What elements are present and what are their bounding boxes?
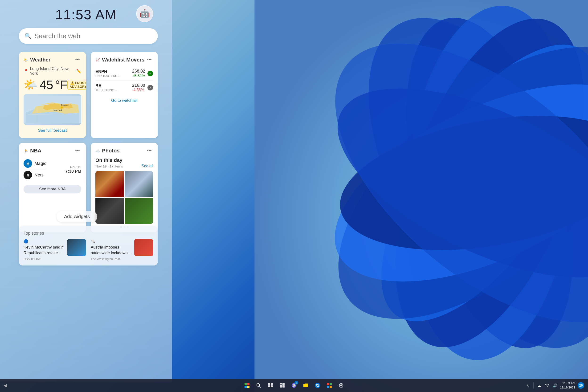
search-icon: 🔍 bbox=[24, 33, 32, 39]
svg-rect-45 bbox=[330, 386, 332, 388]
notification-badge[interactable]: 26 bbox=[578, 382, 584, 389]
edit-location-icon[interactable]: ✏️ bbox=[76, 69, 81, 74]
svg-point-29 bbox=[257, 384, 260, 386]
story-1-thumb bbox=[67, 239, 86, 256]
stock-check-2: ✓ bbox=[148, 85, 153, 90]
edge-btn[interactable] bbox=[312, 380, 323, 391]
file-explorer-btn[interactable] bbox=[300, 380, 312, 391]
svg-rect-31 bbox=[268, 383, 270, 385]
svg-rect-37 bbox=[280, 385, 282, 388]
photos-menu-btn[interactable]: ••• bbox=[146, 147, 153, 154]
stories-row: 🔵 Kevin McCarthy said if Republicans ret… bbox=[24, 239, 153, 261]
taskbar-center: 💬 3 bbox=[241, 380, 347, 391]
svg-rect-42 bbox=[327, 383, 329, 385]
magic-logo: M bbox=[24, 159, 32, 168]
story-2-source-icon: 🗞️ bbox=[91, 239, 96, 244]
frost-advisory: ⚠️ FROST ADVISORY bbox=[68, 80, 86, 90]
watchlist-widget: 📈 Watchlist Movers ••• ENPH ENPHASE ENE.… bbox=[91, 52, 158, 138]
weather-icon: 🌤️ bbox=[24, 58, 28, 62]
photos-see-all-btn[interactable]: See all bbox=[142, 164, 153, 168]
add-widgets-btn[interactable]: Add widgets bbox=[56, 211, 97, 222]
widgets-grid: 🌤️ Weather ••• 📍 Long Island City, New Y… bbox=[19, 52, 158, 237]
stock-price-1: 268.02 bbox=[132, 69, 145, 74]
photo-1[interactable] bbox=[96, 171, 124, 197]
svg-rect-28 bbox=[247, 386, 250, 388]
stock-price-2: 216.88 bbox=[132, 83, 145, 88]
weather-map: New York Bridgeport bbox=[24, 94, 81, 125]
magic-name: Magic bbox=[34, 161, 46, 166]
wifi-icon[interactable] bbox=[544, 382, 550, 389]
see-forecast-btn[interactable]: See full forecast bbox=[24, 127, 81, 134]
svg-text:Bridgeport: Bridgeport bbox=[61, 104, 70, 106]
taskbar-right: ∧ ☁ 🔊 11:53 AM 11/19/2021 26 bbox=[524, 381, 584, 390]
photo-2[interactable] bbox=[125, 171, 153, 197]
nets-name: Nets bbox=[34, 172, 44, 178]
widget-panel: 11:53 AM 🤖 🔍 🌤️ Weather ••• 📍 bbox=[0, 0, 172, 382]
taskbar-date: 11/19/2021 bbox=[560, 386, 575, 390]
watchlist-menu-btn[interactable]: ••• bbox=[146, 56, 153, 64]
taskbar-search-btn[interactable] bbox=[253, 380, 264, 391]
avatar[interactable]: 🤖 bbox=[136, 5, 153, 22]
story-2-thumb bbox=[134, 239, 153, 256]
nba-title: NBA bbox=[30, 148, 42, 154]
top-stories-section: Top stories 🔵 Kevin McCarthy said if Rep… bbox=[19, 226, 158, 266]
photo-3[interactable] bbox=[96, 198, 124, 224]
story-1[interactable]: 🔵 Kevin McCarthy said if Republicans ret… bbox=[24, 239, 86, 261]
nba-icon: 🏃 bbox=[24, 149, 28, 153]
stock-change-2: -4.56% bbox=[132, 88, 145, 92]
story-2[interactable]: 🗞️ Austria imposes nationwide lockdown..… bbox=[91, 239, 153, 261]
widgets-row-1: 🌤️ Weather ••• 📍 Long Island City, New Y… bbox=[19, 52, 158, 138]
weather-menu-btn[interactable]: ••• bbox=[74, 56, 81, 64]
svg-point-41 bbox=[315, 383, 320, 388]
game-date: Nov 19 bbox=[65, 165, 81, 169]
chat-btn[interactable]: 💬 3 bbox=[288, 380, 300, 391]
cloud-icon[interactable]: ☁ bbox=[536, 382, 542, 389]
settings-btn[interactable] bbox=[336, 380, 347, 391]
svg-rect-26 bbox=[247, 383, 250, 386]
svg-text:M: M bbox=[26, 162, 29, 166]
photos-date: Nov 19 · 17 items bbox=[96, 164, 123, 168]
story-1-source-icon: 🔵 bbox=[24, 239, 28, 244]
svg-rect-32 bbox=[271, 383, 273, 385]
svg-rect-35 bbox=[280, 383, 282, 384]
volume-icon[interactable]: 🔊 bbox=[552, 382, 558, 389]
svg-rect-36 bbox=[282, 383, 284, 386]
sun-cloud-icon: 🌤️ bbox=[24, 78, 38, 92]
chat-badge: 3 bbox=[294, 381, 298, 384]
taskbar-time-date[interactable]: 11:53 AM 11/19/2021 bbox=[560, 381, 576, 390]
nba-game-row: M Magic N 8 bbox=[24, 157, 81, 181]
photo-4[interactable] bbox=[125, 198, 153, 224]
watchlist-title: Watchlist Movers bbox=[102, 57, 144, 63]
tray-arrow-icon[interactable]: ∧ bbox=[524, 382, 531, 389]
photos-grid bbox=[96, 171, 153, 224]
taskbar-left-arrow[interactable]: ◀ bbox=[2, 382, 8, 389]
team-magic: M Magic bbox=[24, 159, 46, 168]
start-button[interactable] bbox=[241, 380, 252, 391]
story-2-source: The Washington Post bbox=[91, 257, 132, 261]
game-time: 7:30 PM bbox=[65, 169, 81, 174]
see-more-nba-btn[interactable]: See more NBA bbox=[24, 185, 81, 194]
top-stories-title: Top stories bbox=[24, 231, 153, 236]
photos-widget: ☁️ Photos ••• On this day Nov 19 · 17 it… bbox=[91, 143, 158, 232]
go-watchlist-btn[interactable]: Go to watchlist bbox=[96, 96, 153, 105]
weather-location: 📍 Long Island City, New York ✏️ bbox=[24, 66, 81, 76]
stock-change-1: +5.32% bbox=[132, 74, 145, 78]
wallpaper-svg bbox=[235, 0, 588, 392]
taskbar-time: 11:53 AM bbox=[560, 381, 575, 386]
location-pin-icon: 📍 bbox=[24, 69, 28, 74]
svg-rect-38 bbox=[282, 386, 284, 388]
svg-text:New York: New York bbox=[54, 109, 62, 112]
svg-rect-44 bbox=[327, 386, 329, 388]
stock-ticker-2: BA bbox=[96, 84, 118, 88]
store-btn[interactable] bbox=[324, 380, 335, 391]
weather-widget: 🌤️ Weather ••• 📍 Long Island City, New Y… bbox=[19, 52, 86, 138]
team-nets: N 8 Nets bbox=[24, 171, 46, 179]
widgets-btn[interactable] bbox=[276, 380, 288, 391]
svg-rect-34 bbox=[271, 386, 273, 387]
story-1-headline: Kevin McCarthy said if Republicans retak… bbox=[24, 244, 64, 256]
search-bar[interactable]: 🔍 bbox=[19, 28, 158, 44]
taskview-btn[interactable] bbox=[265, 380, 276, 391]
nba-menu-btn[interactable]: ••• bbox=[74, 147, 81, 154]
stock-list: ENPH ENPHASE ENE... 268.02 +5.32% ✓ bbox=[96, 66, 153, 94]
search-input[interactable] bbox=[34, 32, 152, 40]
